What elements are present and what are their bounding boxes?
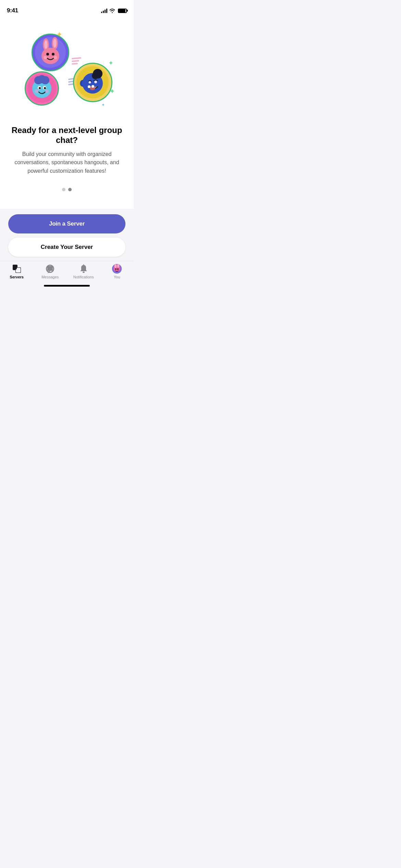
genie-svg	[76, 66, 109, 99]
svg-point-3	[44, 40, 48, 49]
servers-tab-label: Servers	[10, 275, 24, 279]
svg-point-6	[46, 53, 49, 56]
sparkle-3: ✦	[108, 59, 113, 67]
svg-point-46	[118, 264, 119, 267]
signal-bars-icon	[101, 8, 107, 13]
messages-tab-label: Messages	[41, 275, 59, 279]
avatar-rabbit	[32, 34, 69, 71]
svg-point-20	[45, 89, 49, 93]
svg-point-48	[117, 268, 119, 270]
tab-notifications[interactable]: Notifications	[67, 264, 100, 279]
dot-1	[62, 188, 65, 191]
status-time: 9:41	[7, 7, 18, 14]
notifications-tab-label: Notifications	[73, 275, 94, 279]
svg-point-4	[53, 39, 57, 48]
svg-point-9	[54, 56, 57, 59]
avatar-blue-creature	[25, 71, 59, 106]
pagination-dots	[62, 188, 72, 191]
status-icons	[101, 8, 127, 13]
home-indicator	[44, 285, 90, 287]
sparkle-5: ✦	[101, 103, 105, 107]
illustration: ✦ ✦ ✦ ✦ ✦ ✦	[8, 27, 125, 116]
svg-point-24	[92, 72, 99, 79]
you-avatar-icon	[112, 264, 122, 274]
svg-point-17	[39, 87, 41, 89]
you-tab-label: You	[114, 275, 120, 279]
svg-point-30	[92, 85, 94, 88]
svg-point-8	[44, 56, 47, 59]
create-server-button[interactable]: Create Your Server	[8, 238, 125, 257]
svg-point-27	[94, 81, 97, 83]
battery-icon	[118, 9, 127, 13]
svg-point-29	[88, 85, 90, 88]
tab-you[interactable]: You	[100, 264, 134, 279]
svg-point-45	[115, 264, 117, 268]
svg-point-18	[44, 87, 46, 89]
join-server-button[interactable]: Join a Server	[8, 214, 125, 233]
rabbit-svg	[35, 37, 66, 68]
buttons-area: Join a Server Create Your Server	[0, 209, 134, 261]
sound-wave-pink	[72, 58, 81, 64]
headline: Ready for a next-level group chat?	[8, 125, 125, 145]
notifications-icon	[79, 264, 88, 274]
subtext: Build your community with organized conv…	[12, 150, 122, 176]
tab-servers[interactable]: Servers	[0, 264, 34, 279]
svg-point-47	[115, 268, 117, 270]
svg-point-14	[41, 76, 49, 84]
wifi-icon	[109, 9, 115, 13]
svg-point-5	[41, 48, 59, 64]
svg-point-39	[83, 272, 85, 273]
tab-messages[interactable]: Messages	[34, 264, 67, 279]
servers-icon	[12, 264, 22, 274]
dot-2	[68, 188, 72, 191]
svg-rect-35	[13, 265, 17, 269]
svg-point-7	[52, 53, 54, 56]
svg-point-19	[35, 89, 39, 93]
messages-icon	[45, 264, 55, 274]
svg-point-26	[89, 81, 91, 84]
blue-creature-svg	[27, 74, 57, 103]
status-bar: 9:41	[0, 0, 134, 16]
avatar-genie	[73, 63, 112, 102]
